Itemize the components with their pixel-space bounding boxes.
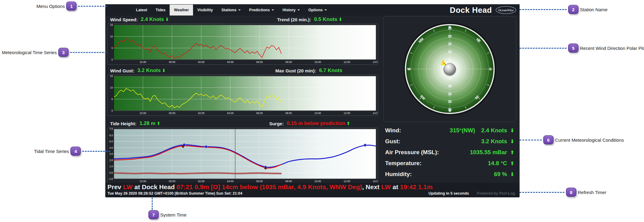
- powered-by-link[interactable]: Powered by Port-Log: [477, 191, 515, 196]
- condition-row-pressure: Air Pressure (MSL): 1035.55 mBar ⬆: [385, 147, 514, 158]
- trend-up-icon: ⬆: [507, 149, 514, 155]
- svg-text:E: E: [489, 67, 491, 71]
- status-segment: , Next: [362, 183, 381, 190]
- svg-text:04:00: 04:00: [227, 61, 234, 64]
- menu-item-label: Stations: [222, 8, 236, 12]
- menu-item-latest[interactable]: Latest: [132, 5, 151, 16]
- svg-text:10: 10: [448, 84, 452, 88]
- svg-text:0: 0: [111, 58, 113, 61]
- status-segment: Prev: [107, 183, 123, 190]
- svg-text:04:00: 04:00: [227, 180, 234, 183]
- callout-badge: 5: [568, 43, 578, 53]
- callout-line: [520, 9, 567, 10]
- wind-speed-label: Wind Speed:: [110, 17, 138, 22]
- tide-chart-box: -1.00.01.02.03.04.05.06.07.022:0000:0002…: [107, 127, 378, 184]
- menu-item-weather[interactable]: Weather: [170, 5, 193, 16]
- wind-speed-chart-box: 05101522:0000:0002:0004:0006:0008:0010:0…: [107, 23, 378, 65]
- menu-item-label: History: [283, 8, 296, 12]
- callout-badge: 7: [148, 210, 159, 219]
- wind-direction-polar-box: 551010151520202525NNEESESSWWNW: [383, 16, 516, 122]
- current-conditions-panel: Wind: 315°(NW) 2.4 Knots ⬇ Gust: 3.2 Kno…: [383, 125, 516, 180]
- svg-text:10:00: 10:00: [314, 180, 321, 183]
- menu-item-history[interactable]: History: [278, 5, 304, 16]
- svg-text:5: 5: [111, 98, 113, 101]
- trend-down-icon: ⬇: [507, 127, 514, 134]
- svg-text:10: 10: [110, 86, 113, 89]
- callout-line: [520, 48, 567, 49]
- svg-text:14:00: 14:00: [373, 112, 378, 115]
- svg-text:5: 5: [449, 77, 451, 80]
- status-segment: LW: [381, 183, 391, 190]
- svg-text:15: 15: [110, 75, 113, 78]
- callout-label: Tidal Time Series: [34, 149, 69, 154]
- wind-direction-value: 315°(NW): [450, 127, 475, 134]
- svg-text:N: N: [449, 25, 451, 29]
- callout-line: [520, 192, 564, 193]
- tide-height-header: Tide Height: 1.28 m ⬆ Surge: 0.15 m belo…: [107, 120, 378, 127]
- callout-label: Current Meteorological Conditions: [555, 137, 624, 143]
- trend-up-icon: ⬆: [507, 160, 514, 166]
- status-segment: at: [391, 183, 400, 190]
- callout-label: Refresh Timer: [578, 190, 606, 195]
- status-segment: LW: [123, 183, 133, 190]
- status-segment: at Dock Head: [133, 183, 177, 190]
- system-time: Tue May 26 2020 08:26:52 GMT+0100 (Briti…: [107, 191, 242, 196]
- oceanwise-logo-icon: OceanWise: [495, 5, 517, 15]
- svg-text:00:00: 00:00: [169, 112, 175, 115]
- condition-label: Humidity:: [385, 171, 494, 178]
- status-line1: Prev LW at Dock Head 07:21 0.9m [O] 14cm…: [107, 183, 515, 191]
- menu-bar: Latest Tides Weather Visibility Stations…: [106, 5, 519, 16]
- trend-down-icon: ⬇: [162, 68, 166, 73]
- condition-value: 3.2 Knots: [481, 138, 507, 145]
- tide-height-label: Tide Height:: [110, 121, 136, 126]
- callout-line: [78, 6, 107, 7]
- menu-item-label: Weather: [174, 8, 189, 12]
- menu-item-predictions[interactable]: Predictions: [245, 5, 278, 16]
- wind-gust-header: Wind Gust: 3.2 Knots ⬇ Max Gust (20 min)…: [107, 67, 378, 75]
- svg-text:-1.0: -1.0: [108, 177, 113, 180]
- callout-label: Station Name: [580, 7, 608, 12]
- svg-text:1.0: 1.0: [109, 165, 113, 168]
- callout-badge: 2: [568, 5, 578, 14]
- svg-text:20: 20: [448, 34, 452, 38]
- condition-row-temperature: Temperature: 14.8 °C ⬆: [385, 158, 514, 169]
- svg-text:S: S: [449, 109, 451, 113]
- svg-text:15: 15: [448, 92, 452, 96]
- callout-7: 7 System Time: [147, 210, 187, 219]
- menu-item-tides[interactable]: Tides: [151, 5, 170, 16]
- callout-badge: 6: [543, 135, 554, 144]
- callout-line: [70, 52, 107, 53]
- trend-down-icon: ⬇: [338, 17, 342, 22]
- max-gust-label: Max Gust (20 min):: [275, 68, 316, 73]
- svg-text:22:00: 22:00: [140, 180, 146, 183]
- menu-item-options[interactable]: Options: [304, 5, 331, 16]
- port-log-dashboard: Latest Tides Weather Visibility Stations…: [105, 4, 520, 197]
- callout-line: [520, 140, 542, 140]
- wind-trend-value: 0.5 Knots: [314, 16, 337, 23]
- callout-badge: 4: [70, 147, 81, 156]
- svg-text:04:00: 04:00: [227, 112, 234, 115]
- svg-text:06:00: 06:00: [256, 61, 263, 64]
- condition-value: 1035.55 mBar: [470, 149, 507, 156]
- svg-text:08:00: 08:00: [285, 61, 292, 64]
- condition-row-wind: Wind: 315°(NW) 2.4 Knots ⬇: [385, 125, 514, 136]
- wind-gust-chart: 05101522:0000:0002:0004:0006:0008:0010:0…: [108, 75, 378, 115]
- condition-label: Air Pressure (MSL):: [385, 149, 470, 156]
- trend-up-icon: ⬆: [157, 121, 161, 126]
- svg-text:10:00: 10:00: [314, 112, 321, 115]
- menu-item-visibility[interactable]: Visibility: [193, 5, 217, 16]
- menu-item-label: Latest: [136, 8, 147, 12]
- wind-gust-chart-box: 05101522:0000:0002:0004:0006:0008:0010:0…: [107, 75, 378, 116]
- svg-text:22:00: 22:00: [140, 61, 146, 64]
- callout-8: 8 Refresh Timer: [520, 188, 606, 197]
- callout-3: Meteorological Time Series 3: [2, 48, 107, 57]
- callout-2: 2 Station Name: [520, 5, 608, 14]
- svg-text:20: 20: [448, 100, 452, 103]
- callout-line: [82, 151, 110, 152]
- chevron-down-icon: [272, 9, 274, 12]
- condition-label: Temperature:: [385, 160, 488, 167]
- svg-text:14:00: 14:00: [373, 180, 378, 183]
- menu-item-stations[interactable]: Stations: [217, 5, 245, 16]
- callout-4: Tidal Time Series 4: [34, 147, 110, 156]
- callout-badge: 8: [566, 188, 576, 197]
